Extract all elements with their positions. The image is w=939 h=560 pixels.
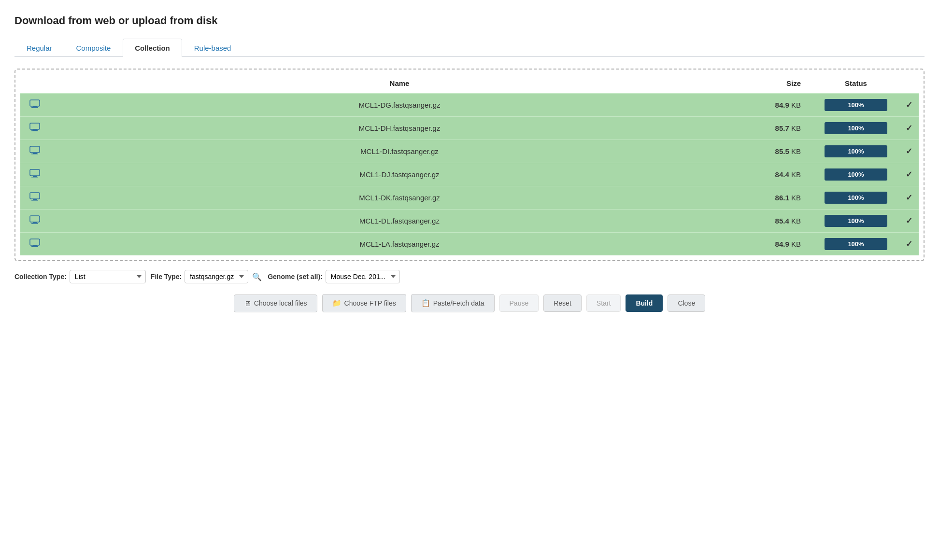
file-status: 100%	[812, 210, 899, 233]
collection-type-group: Collection Type: List Paired Paired or U…	[14, 270, 146, 283]
tab-composite[interactable]: Composite	[64, 39, 123, 57]
file-table-container: Name Size Status MCL1-DG.fastqsanger.gz8…	[14, 69, 925, 261]
choose-ftp-label: Choose FTP files	[344, 299, 396, 307]
svg-rect-6	[30, 146, 40, 153]
file-status: 100%	[812, 140, 899, 163]
file-done-check: ✓	[899, 233, 919, 256]
svg-rect-15	[30, 216, 40, 222]
file-table: Name Size Status MCL1-DG.fastqsanger.gz8…	[20, 74, 919, 255]
file-size: 85.7 KB	[750, 117, 812, 140]
tab-rule-based[interactable]: Rule-based	[182, 39, 243, 57]
laptop-icon: 🖥	[244, 299, 251, 308]
svg-rect-14	[31, 200, 38, 201]
col-size: Size	[750, 74, 812, 94]
choose-ftp-button[interactable]: 📁 Choose FTP files	[322, 294, 406, 312]
col-icon	[20, 74, 49, 94]
svg-rect-16	[33, 222, 37, 223]
genome-label: Genome (set all):	[268, 273, 323, 280]
collection-type-select[interactable]: List Paired Paired or Unpaired	[70, 270, 146, 283]
col-status: Status	[812, 74, 899, 94]
svg-rect-20	[31, 246, 38, 247]
action-buttons: 🖥 Choose local files 📁 Choose FTP files …	[14, 294, 925, 312]
svg-rect-10	[33, 176, 37, 177]
file-status: 100%	[812, 163, 899, 186]
genome-select[interactable]: Mouse Dec. 201... Human Feb. 2009 hg38	[326, 270, 400, 283]
file-done-check: ✓	[899, 117, 919, 140]
svg-rect-19	[33, 245, 37, 246]
file-size: 84.4 KB	[750, 163, 812, 186]
progress-bar: 100%	[825, 122, 887, 134]
file-icon	[20, 186, 49, 210]
file-name: MCL1-LA.fastqsanger.gz	[49, 233, 750, 256]
file-name: MCL1-DJ.fastqsanger.gz	[49, 163, 750, 186]
col-check	[899, 74, 919, 94]
file-icon	[20, 117, 49, 140]
file-size: 84.9 KB	[750, 233, 812, 256]
file-icon	[20, 94, 49, 117]
genome-group: Genome (set all): Mouse Dec. 201... Huma…	[268, 270, 400, 283]
search-button[interactable]: 🔍	[251, 272, 263, 281]
file-name: MCL1-DK.fastqsanger.gz	[49, 186, 750, 210]
svg-rect-0	[30, 100, 40, 106]
file-status: 100%	[812, 186, 899, 210]
tab-collection[interactable]: Collection	[123, 39, 182, 57]
file-type-label: File Type:	[151, 273, 182, 280]
file-name: MCL1-DH.fastqsanger.gz	[49, 117, 750, 140]
tab-bar: Regular Composite Collection Rule-based	[14, 39, 925, 57]
table-row: MCL1-LA.fastqsanger.gz84.9 KB100%✓	[20, 233, 919, 256]
table-row: MCL1-DI.fastqsanger.gz85.5 KB100%✓	[20, 140, 919, 163]
choose-local-button[interactable]: 🖥 Choose local files	[234, 294, 317, 312]
file-size: 85.4 KB	[750, 210, 812, 233]
close-label: Close	[678, 299, 695, 307]
svg-rect-9	[30, 169, 40, 176]
svg-rect-13	[33, 199, 37, 200]
close-button[interactable]: Close	[668, 294, 705, 312]
reset-label: Reset	[554, 299, 571, 307]
progress-bar: 100%	[825, 145, 887, 157]
collection-type-label: Collection Type:	[14, 273, 67, 280]
file-done-check: ✓	[899, 210, 919, 233]
table-row: MCL1-DL.fastqsanger.gz85.4 KB100%✓	[20, 210, 919, 233]
svg-rect-2	[31, 107, 38, 108]
file-size: 85.5 KB	[750, 140, 812, 163]
file-icon	[20, 210, 49, 233]
svg-rect-18	[30, 239, 40, 245]
file-name: MCL1-DL.fastqsanger.gz	[49, 210, 750, 233]
start-label: Start	[597, 299, 611, 307]
table-row: MCL1-DH.fastqsanger.gz85.7 KB100%✓	[20, 117, 919, 140]
file-size: 84.9 KB	[750, 94, 812, 117]
file-size: 86.1 KB	[750, 186, 812, 210]
file-done-check: ✓	[899, 140, 919, 163]
table-row: MCL1-DG.fastqsanger.gz84.9 KB100%✓	[20, 94, 919, 117]
svg-rect-4	[33, 129, 37, 130]
file-type-select[interactable]: fastqsanger.gz fastq bam vcf	[185, 270, 248, 283]
file-icon	[20, 233, 49, 256]
build-label: Build	[636, 299, 653, 307]
table-row: MCL1-DJ.fastqsanger.gz84.4 KB100%✓	[20, 163, 919, 186]
progress-bar: 100%	[825, 168, 887, 181]
progress-bar: 100%	[825, 192, 887, 204]
svg-rect-3	[30, 123, 40, 129]
start-button[interactable]: Start	[586, 294, 621, 312]
paste-icon: 📋	[421, 299, 430, 308]
svg-rect-17	[31, 223, 38, 224]
bottom-controls: Collection Type: List Paired Paired or U…	[14, 270, 925, 283]
table-row: MCL1-DK.fastqsanger.gz86.1 KB100%✓	[20, 186, 919, 210]
svg-rect-11	[31, 177, 38, 178]
reset-button[interactable]: Reset	[543, 294, 582, 312]
folder-icon: 📁	[332, 299, 341, 308]
col-name: Name	[49, 74, 750, 94]
build-button[interactable]: Build	[626, 294, 663, 312]
pause-button[interactable]: Pause	[499, 294, 539, 312]
file-type-group: File Type: fastqsanger.gz fastq bam vcf …	[151, 270, 263, 283]
paste-fetch-button[interactable]: 📋 Paste/Fetch data	[411, 294, 495, 312]
pause-label: Pause	[510, 299, 529, 307]
file-done-check: ✓	[899, 94, 919, 117]
progress-bar: 100%	[825, 238, 887, 250]
file-icon	[20, 140, 49, 163]
file-status: 100%	[812, 94, 899, 117]
tab-regular[interactable]: Regular	[14, 39, 64, 57]
svg-rect-8	[31, 154, 38, 154]
svg-rect-1	[33, 106, 37, 107]
svg-rect-12	[30, 193, 40, 199]
